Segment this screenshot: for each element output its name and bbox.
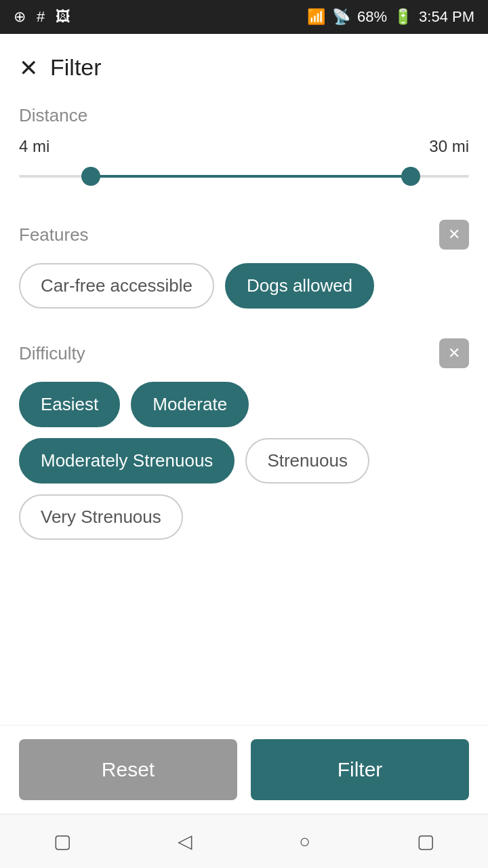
close-button[interactable]: ✕: [19, 56, 38, 79]
status-bar: ⊕ # 🖼 📶 📡 68% 🔋 3:54 PM: [0, 0, 488, 34]
wifi-icon: 📶: [307, 8, 325, 26]
difficulty-clear-x-icon: ✕: [448, 344, 460, 362]
chip-easiest[interactable]: Easiest: [19, 382, 120, 427]
distance-max: 30 mi: [429, 137, 469, 156]
difficulty-header: Difficulty ✕: [19, 338, 469, 368]
chip-car-free[interactable]: Car-free accessible: [19, 263, 214, 309]
clock: 3:54 PM: [419, 8, 474, 26]
distance-section: Distance 4 mi 30 mi: [19, 105, 469, 190]
slack-icon: #: [37, 8, 45, 26]
battery-icon: 🔋: [394, 8, 412, 26]
chip-dogs-allowed[interactable]: Dogs allowed: [225, 263, 374, 309]
status-bar-right: 📶 📡 68% 🔋 3:54 PM: [307, 8, 474, 26]
features-section: Features ✕ Car-free accessible Dogs allo…: [19, 220, 469, 309]
nav-home-icon[interactable]: ○: [299, 831, 310, 852]
features-chips: Car-free accessible Dogs allowed: [19, 263, 469, 309]
filter-button[interactable]: Filter: [251, 739, 469, 800]
page-title: Filter: [50, 54, 102, 81]
battery-text: 68%: [357, 8, 387, 26]
distance-min: 4 mi: [19, 137, 49, 156]
reset-button[interactable]: Reset: [19, 739, 237, 800]
image-icon: 🖼: [56, 8, 70, 26]
filter-header: ✕ Filter: [19, 54, 469, 81]
difficulty-clear-button[interactable]: ✕: [439, 338, 469, 368]
nav-square-icon[interactable]: ▢: [54, 830, 71, 852]
distance-slider[interactable]: [19, 163, 469, 190]
chip-strenuous[interactable]: Strenuous: [245, 438, 369, 484]
chip-moderate[interactable]: Moderate: [131, 382, 249, 427]
bottom-bar: Reset Filter: [0, 725, 488, 814]
slider-track-active: [91, 175, 410, 178]
slider-thumb-right[interactable]: [401, 167, 420, 186]
difficulty-label: Difficulty: [19, 343, 85, 364]
features-clear-button[interactable]: ✕: [439, 220, 469, 250]
chip-very-strenuous[interactable]: Very Strenuous: [19, 494, 183, 540]
features-label: Features: [19, 224, 89, 245]
difficulty-chips-row-2: Moderately Strenuous Strenuous: [19, 438, 469, 484]
distance-label: Distance: [19, 105, 469, 126]
difficulty-section: Difficulty ✕ Easiest Moderate Moderately…: [19, 338, 469, 540]
chip-moderately-strenuous[interactable]: Moderately Strenuous: [19, 438, 235, 484]
nav-back-icon[interactable]: ◁: [178, 830, 192, 852]
clear-x-icon: ✕: [448, 226, 460, 243]
status-bar-left-icons: ⊕ # 🖼: [14, 8, 70, 26]
nav-recents-icon[interactable]: ▢: [417, 830, 434, 852]
main-content: ✕ Filter Distance 4 mi 30 mi Features ✕ …: [0, 34, 488, 725]
difficulty-chips-row-3: Very Strenuous: [19, 494, 469, 540]
features-header: Features ✕: [19, 220, 469, 250]
distance-range-labels: 4 mi 30 mi: [19, 137, 469, 156]
whatsapp-icon: ⊕: [14, 8, 26, 26]
slider-thumb-left[interactable]: [81, 167, 100, 186]
signal-icon: 📡: [332, 8, 350, 26]
difficulty-chips-row-1: Easiest Moderate: [19, 382, 469, 427]
nav-bar: ▢ ◁ ○ ▢: [0, 814, 488, 868]
